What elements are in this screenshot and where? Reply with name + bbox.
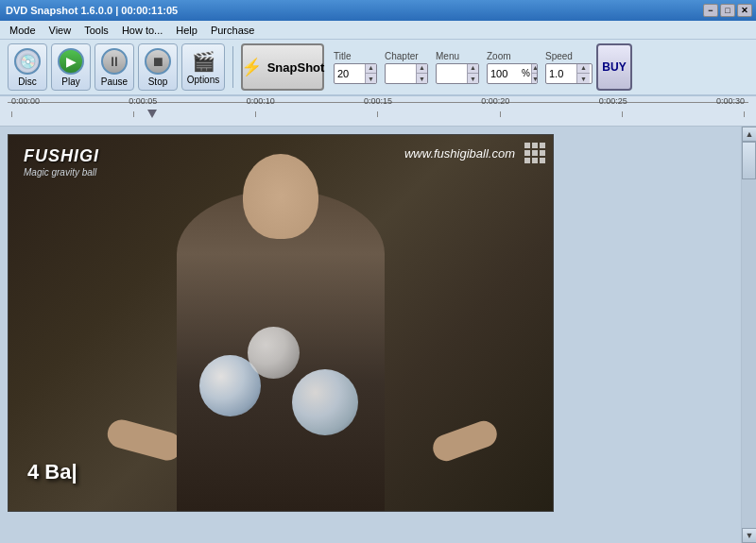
stop-icon: ⏹ [145,48,171,75]
disc-label: Disc [18,76,36,87]
title-input[interactable] [335,66,365,81]
snapshot-label: SnapShot [267,60,325,75]
menu-label: Menu [436,51,459,61]
menu-purchase[interactable]: Purchase [205,23,260,38]
speed-input[interactable] [546,66,576,81]
time-marker-1: 0:00:05 [129,96,157,106]
title-bar-text: DVD Snapshot 1.6.0.0 | 00:00:11:05 [6,5,178,16]
video-frame: FUSHIGI Magic gravity ball www.fushigiba… [8,134,554,512]
zoom-unit: % [522,68,530,78]
pause-button[interactable]: ⏸ Pause [94,43,134,91]
minimize-button[interactable]: − [703,4,718,17]
stop-label: Stop [148,76,168,87]
chapter-spin-up[interactable]: ▲ [417,63,427,75]
play-label: Play [61,76,79,87]
app-title: DVD Snapshot 1.6.0.0 | 00:00:11:05 [6,5,178,16]
speed-field: Speed ▲ ▼ [545,51,593,84]
title-field: Title ▲ ▼ [334,51,377,84]
close-button[interactable]: ✕ [737,4,752,17]
menu-input-row: ▲ ▼ [436,63,479,84]
video-watermark: FUSHIGI [24,146,99,166]
chapter-spinner: ▲ ▼ [416,63,427,84]
video-subtitle: Magic gravity ball [24,167,96,178]
chapter-input-row: ▲ ▼ [385,63,428,84]
toolbar-separator-1 [232,46,233,88]
menu-howto[interactable]: How to... [116,23,168,38]
right-scrollbar: ▲ ▼ [741,127,756,543]
time-marker-0: 0:00:00 [11,96,40,106]
playhead-triangle [147,110,157,118]
speed-input-row: ▲ ▼ [545,63,593,84]
video-area: FUSHIGI Magic gravity ball www.fushigiba… [0,127,741,543]
speed-spinner: ▲ ▼ [576,63,590,84]
snapshot-button[interactable]: ⚡ SnapShot [241,43,324,91]
menu-spinner: ▲ ▼ [467,63,478,84]
disc-icon: 💿 [14,48,41,75]
chapter-spin-down[interactable]: ▼ [417,74,427,84]
time-marker-3: 0:00:15 [364,96,392,106]
menu-mode[interactable]: Mode [4,23,42,38]
title-spin-up[interactable]: ▲ [366,63,376,75]
menu-view[interactable]: View [43,23,77,38]
options-button[interactable]: 🎬 Options [181,43,225,91]
play-button[interactable]: ▶ Play [51,43,91,91]
time-marker-5: 0:00:25 [599,96,627,106]
video-caption: 4 Ba| [27,460,77,484]
video-ball-2 [292,369,358,435]
title-spinner: ▲ ▼ [365,63,376,84]
time-marker-6: 0:00:30 [716,96,745,106]
video-head [243,154,318,239]
scroll-track[interactable] [742,142,756,528]
chapter-field: Chapter ▲ ▼ [385,51,428,84]
title-bar: DVD Snapshot 1.6.0.0 | 00:00:11:05 − □ ✕ [0,0,756,21]
toolbar: 💿 Disc ▶ Play ⏸ Pause ⏹ Stop 🎬 Options ⚡… [0,40,756,96]
pause-icon: ⏸ [101,48,128,75]
speed-spin-up[interactable]: ▲ [577,63,590,75]
options-icon: 🎬 [192,50,215,73]
buy-button[interactable]: BUY [596,43,632,91]
zoom-field: Zoom % ▲ ▼ [487,51,538,84]
stop-button[interactable]: ⏹ Stop [138,43,178,91]
menu-input[interactable] [437,66,467,81]
zoom-spin-up[interactable]: ▲ [532,63,538,75]
play-icon: ▶ [58,48,84,75]
scroll-up-button[interactable]: ▲ [742,127,756,142]
scroll-down-button[interactable]: ▼ [742,528,756,543]
scroll-thumb[interactable] [742,142,756,179]
controls-group: Title ▲ ▼ Chapter ▲ ▼ Menu [334,51,593,84]
buy-label: BUY [602,60,626,74]
title-bar-controls: − □ ✕ [703,4,752,17]
menu-spin-up[interactable]: ▲ [468,63,478,75]
menu-field: Menu ▲ ▼ [436,51,479,84]
menu-spin-down[interactable]: ▼ [468,74,478,84]
video-url: www.fushigiball.com [404,146,515,161]
pause-label: Pause [101,76,128,87]
snapshot-icon: ⚡ [241,57,262,77]
chapter-label: Chapter [385,51,419,61]
title-spin-down[interactable]: ▼ [366,74,376,84]
timeline[interactable]: 0:00:00 0:00:05 0:00:10 0:00:15 0:00:20 … [0,96,756,127]
video-grid-icon [524,143,545,163]
menu-tools[interactable]: Tools [78,23,114,38]
zoom-label: Zoom [487,51,511,61]
main-content: FUSHIGI Magic gravity ball www.fushigiba… [0,127,756,543]
time-marker-4: 0:00:20 [481,96,509,106]
disc-button[interactable]: 💿 Disc [8,43,47,91]
speed-label: Speed [545,51,573,61]
menu-bar: Mode View Tools How to... Help Purchase [0,21,756,40]
playhead[interactable] [147,110,157,118]
zoom-spin-down[interactable]: ▼ [532,74,538,84]
speed-spin-down[interactable]: ▼ [577,74,590,84]
title-input-row: ▲ ▼ [334,63,377,84]
chapter-input[interactable] [386,66,416,81]
title-label: Title [334,51,352,61]
zoom-input[interactable] [488,66,522,81]
options-label: Options [187,75,219,85]
time-marker-2: 0:00:10 [247,96,275,106]
zoom-input-row: % ▲ ▼ [487,63,538,84]
zoom-spinner: ▲ ▼ [531,63,538,84]
menu-help[interactable]: Help [170,23,203,38]
maximize-button[interactable]: □ [720,4,735,17]
